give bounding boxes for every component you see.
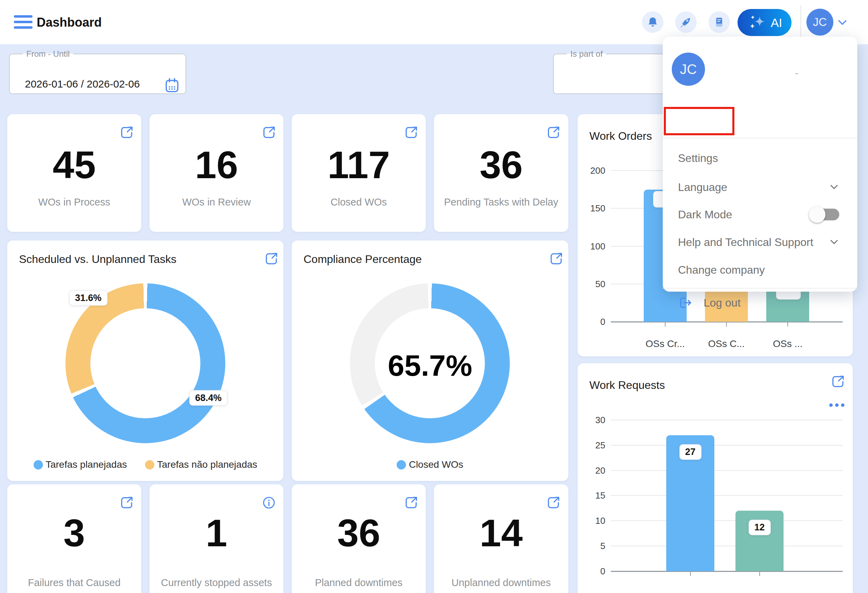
- y-axis-tick-label: 0: [583, 316, 605, 327]
- y-axis-tick-label: 0: [583, 566, 605, 577]
- x-axis-tick: [759, 571, 760, 576]
- chevron-down-icon[interactable]: [828, 181, 840, 193]
- kpi-value: 16: [149, 146, 283, 184]
- external-link-icon[interactable]: [263, 251, 279, 267]
- gridline: [611, 420, 843, 420]
- x-axis-tick: [690, 571, 691, 576]
- kpi-card-wos-in-review: 16 WOs in Review: [149, 114, 283, 232]
- chevron-down-icon[interactable]: [837, 18, 848, 27]
- legend-label: Tarefas não planejadas: [157, 459, 257, 470]
- date-range-value: 2026-01-06 / 2026-02-06: [25, 78, 140, 90]
- gridline: [611, 520, 843, 521]
- menu-item-logout[interactable]: Log out: [678, 295, 741, 311]
- x-axis-line: [611, 571, 843, 572]
- dashboard-page: Dashboard: [0, 0, 868, 593]
- gridline: [611, 470, 843, 471]
- y-axis-tick-label: 10: [583, 515, 605, 526]
- logout-label: Log out: [704, 296, 741, 309]
- kpi-label: WOs in Review: [149, 196, 283, 208]
- chart-legend: Closed WOs: [292, 459, 568, 470]
- menu-item-help[interactable]: Help and Technical Support: [678, 235, 813, 249]
- x-axis-category-label: OSs C...: [695, 338, 757, 350]
- avatar: JC: [672, 53, 705, 86]
- calendar-icon[interactable]: [163, 77, 181, 94]
- external-link-icon[interactable]: [548, 251, 564, 267]
- slice-label-unplanned: 31.6%: [69, 290, 108, 306]
- legend-item: Tarefas planejadas: [34, 459, 127, 470]
- menu-item-settings[interactable]: Settings: [678, 151, 718, 165]
- kpi-card-stopped-assets: 1 Currently stopped assets: [149, 484, 283, 593]
- external-link-icon[interactable]: [119, 125, 134, 140]
- kpi-value: 36: [434, 146, 568, 184]
- header-divider: [800, 6, 801, 39]
- gridline: [611, 495, 843, 496]
- date-range-field[interactable]: From - Until 2026-01-06 / 2026-02-06: [9, 49, 186, 94]
- avatar-initials: JC: [680, 62, 697, 77]
- menu-item-change-company[interactable]: Change company: [678, 263, 765, 277]
- chart-card-scheduled-vs-unplanned: Scheduled vs. Unplanned Tasks 31.6% 68.4…: [7, 240, 283, 481]
- kpi-value: 3: [7, 514, 141, 553]
- journal-icon: [713, 16, 725, 28]
- user-name-placeholder: -: [795, 67, 799, 79]
- avatar-initials: JC: [813, 16, 827, 29]
- kpi-value: 1: [149, 514, 283, 553]
- bar-value-label: 12: [748, 520, 771, 535]
- menu-divider: [663, 288, 857, 289]
- chart-title: Compliance Percentage: [304, 253, 422, 266]
- external-link-icon[interactable]: [403, 125, 419, 140]
- settings-highlight-box: [664, 107, 734, 135]
- hamburger-menu-icon[interactable]: [14, 15, 33, 29]
- bar-value-label: 27: [679, 444, 701, 460]
- menu-item-language[interactable]: Language: [678, 180, 727, 194]
- info-icon[interactable]: [261, 495, 277, 510]
- ai-assistant-button[interactable]: AI: [738, 9, 791, 36]
- y-axis-tick-label: 15: [583, 490, 605, 501]
- page-title: Dashboard: [37, 15, 102, 30]
- legend-label: Closed WOs: [409, 459, 463, 470]
- sparkles-icon: [749, 15, 766, 31]
- gridline: [611, 546, 843, 546]
- kpi-card-closed-wos: 117 Closed WOs: [292, 114, 426, 232]
- kpi-card-unplanned-downtimes: 14 Unplanned downtimes: [434, 484, 568, 593]
- y-axis-tick-label: 5: [583, 540, 605, 552]
- docs-button[interactable]: [709, 12, 730, 33]
- kpi-value: 117: [292, 146, 426, 184]
- kpi-label: Pending Tasks with Delay: [434, 196, 568, 208]
- x-axis-tick: [787, 322, 788, 327]
- kpi-label: WOs in Process: [7, 196, 141, 208]
- x-axis-tick: [665, 322, 666, 327]
- legend-label: Tarefas planejadas: [46, 459, 127, 470]
- kpi-card-failures: 3 Failures that Caused: [7, 484, 141, 593]
- toggle-knob: [809, 206, 825, 223]
- dark-mode-toggle[interactable]: [814, 209, 839, 220]
- avatar[interactable]: JC: [806, 9, 833, 35]
- external-link-icon[interactable]: [545, 495, 561, 510]
- kpi-value: 36: [292, 514, 426, 553]
- rocket-icon: [680, 16, 692, 28]
- kpi-value: 14: [434, 514, 568, 553]
- kpi-label: Planned downtimes: [292, 577, 426, 589]
- gridline: [611, 445, 843, 445]
- chevron-down-icon[interactable]: [828, 236, 840, 248]
- logout-icon: [678, 295, 694, 311]
- y-axis-tick-label: 200: [583, 165, 605, 176]
- is-part-of-label: Is part of: [570, 49, 602, 59]
- kpi-label: Unplanned downtimes: [434, 577, 568, 589]
- external-link-icon[interactable]: [261, 125, 277, 140]
- external-link-icon[interactable]: [119, 495, 134, 510]
- work-requests-bar-chart: 0510152025302712: [578, 363, 853, 593]
- notifications-button[interactable]: [642, 12, 663, 33]
- whats-new-button[interactable]: [675, 12, 697, 33]
- menu-item-dark-mode[interactable]: Dark Mode: [678, 208, 732, 221]
- legend-dot: [34, 460, 43, 469]
- external-link-icon[interactable]: [545, 125, 561, 140]
- external-link-icon[interactable]: [403, 495, 419, 510]
- chart-card-work-requests: Work Requests 0510152025302712: [578, 363, 853, 593]
- kpi-value: 45: [7, 146, 141, 184]
- user-menu-dropdown: JC - Settings Language Dark Mode Help an…: [663, 37, 857, 292]
- bell-icon: [647, 16, 658, 28]
- slice-label-planned: 68.4%: [189, 390, 228, 406]
- x-axis-tick: [726, 322, 727, 327]
- legend-item: Tarefas não planejadas: [145, 459, 257, 470]
- ai-button-label: AI: [771, 16, 782, 30]
